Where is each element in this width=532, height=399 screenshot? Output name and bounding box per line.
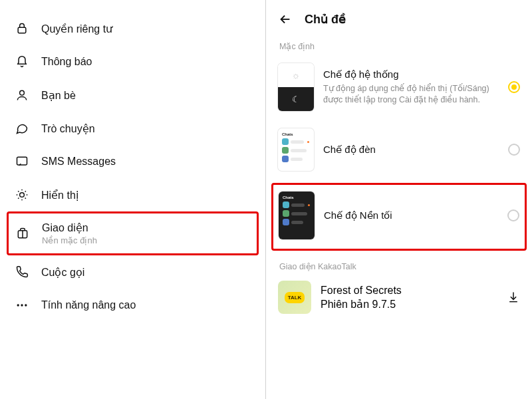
radio-unselected[interactable] xyxy=(508,144,520,156)
svg-point-7 xyxy=(25,304,27,306)
thumb-label: Chats xyxy=(282,132,310,136)
highlight-theme-setting: Giao diện Nền mặc định xyxy=(7,211,259,255)
settings-item-label: Giao diện xyxy=(42,221,97,234)
sun-icon xyxy=(15,188,29,202)
theme-screen: Chủ đề Mặc định Chế độ hệ thống Tự động … xyxy=(266,0,532,399)
moon-glyph-icon xyxy=(292,93,300,105)
theme-option-name: Chế độ Nền tối xyxy=(324,209,498,221)
download-icon[interactable] xyxy=(507,291,520,304)
svg-point-5 xyxy=(17,304,19,306)
theme-thumbnail-light: Chats xyxy=(278,128,314,171)
person-icon xyxy=(15,88,29,102)
palette-icon xyxy=(15,226,30,241)
back-arrow-icon[interactable] xyxy=(278,12,293,27)
bell-icon xyxy=(15,55,29,69)
settings-list: Quyền riêng tư Thông báo Bạn bè Trò chuy… xyxy=(0,0,266,399)
settings-item-privacy[interactable]: Quyền riêng tư xyxy=(0,12,265,45)
svg-point-3 xyxy=(20,193,25,198)
radio-unselected[interactable] xyxy=(507,209,519,221)
kakao-theme-thumbnail: TALK xyxy=(278,281,311,314)
settings-item-label: SMS Messages xyxy=(41,156,116,168)
page-title: Chủ đề xyxy=(305,12,346,27)
theme-thumbnail-system xyxy=(278,63,314,111)
kakao-theme-row[interactable]: TALK Forest of Secrets Phiên bản 9.7.5 xyxy=(266,278,532,314)
svg-rect-2 xyxy=(17,157,27,165)
thumb-label: Chats xyxy=(283,196,311,200)
section-default-label: Mặc định xyxy=(266,37,532,58)
theme-thumbnail-dark: Chats xyxy=(279,192,315,239)
settings-item-label: Tính năng nâng cao xyxy=(41,299,136,311)
settings-item-label: Trò chuyện xyxy=(41,122,95,135)
settings-item-display[interactable]: Hiển thị xyxy=(0,178,265,211)
svg-point-1 xyxy=(20,90,25,95)
radio-selected[interactable] xyxy=(508,81,520,93)
settings-item-theme[interactable]: Giao diện Nền mặc định xyxy=(15,220,250,247)
settings-item-calls[interactable]: Cuộc gọi xyxy=(0,255,265,289)
theme-option-desc: Tự động áp dụng chế độ hiển thị (Tối/Sán… xyxy=(323,83,499,106)
settings-item-chat[interactable]: Trò chuyện xyxy=(0,112,265,145)
kakao-theme-name: Forest of Secrets xyxy=(321,285,497,297)
sun-glyph-icon xyxy=(292,69,301,81)
settings-item-sublabel: Nền mặc định xyxy=(42,235,97,245)
settings-item-label: Hiển thị xyxy=(41,189,78,201)
svg-rect-0 xyxy=(18,27,26,33)
settings-item-label: Quyền riêng tư xyxy=(41,23,112,35)
highlight-dark-option: Chats Chế độ Nền tối xyxy=(271,183,527,251)
chat-bubble-icon xyxy=(15,121,29,136)
settings-item-friends[interactable]: Bạn bè xyxy=(0,78,265,112)
lock-icon xyxy=(15,21,29,36)
theme-option-system[interactable]: Chế độ hệ thống Tự động áp dụng chế độ h… xyxy=(266,58,532,123)
settings-item-label: Thông báo xyxy=(41,56,92,68)
svg-point-6 xyxy=(21,304,23,306)
more-horizontal-icon xyxy=(15,298,29,313)
phone-icon xyxy=(15,265,29,279)
settings-item-advanced[interactable]: Tính năng nâng cao xyxy=(0,289,265,322)
settings-item-notifications[interactable]: Thông báo xyxy=(0,45,265,78)
settings-item-label: Bạn bè xyxy=(41,89,76,102)
settings-item-label: Cuộc gọi xyxy=(41,266,84,279)
talk-bubble-icon: TALK xyxy=(285,292,305,303)
section-kakao-label: Giao diện KakaoTalk xyxy=(266,251,532,278)
theme-option-name: Chế độ hệ thống xyxy=(323,68,499,80)
theme-option-light[interactable]: Chats Chế độ đèn xyxy=(266,123,532,183)
theme-option-name: Chế độ đèn xyxy=(323,144,499,156)
kakao-theme-version: Phiên bản 9.7.5 xyxy=(321,298,497,311)
settings-item-sms[interactable]: SMS Messages xyxy=(0,145,265,178)
theme-option-dark[interactable]: Chats Chế độ Nền tối xyxy=(279,192,519,239)
sms-icon xyxy=(15,154,29,169)
